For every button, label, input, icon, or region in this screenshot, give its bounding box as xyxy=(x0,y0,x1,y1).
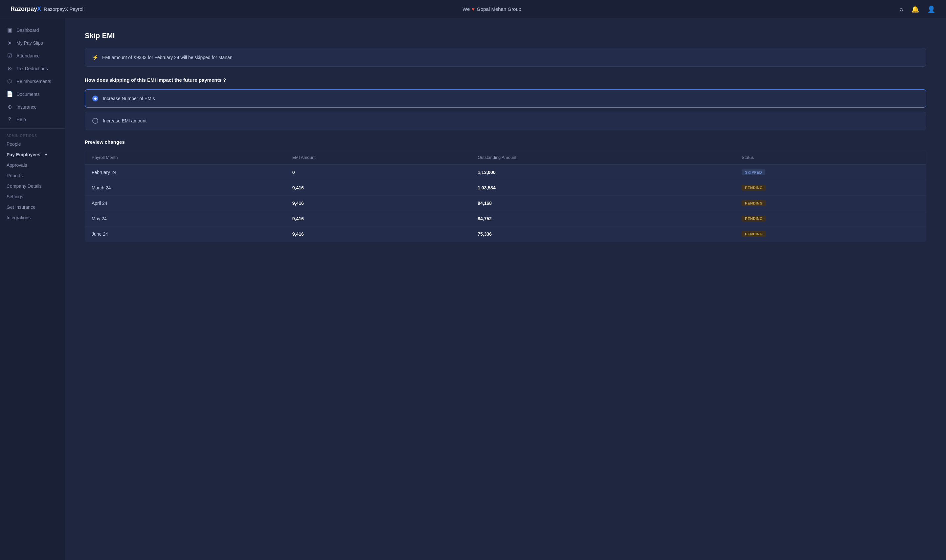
sidebar-label-my-pay-slips: My Pay Slips xyxy=(17,40,43,46)
search-icon[interactable]: ⌕ xyxy=(899,5,903,13)
info-text: EMI amount of ₹9333 for February 24 will… xyxy=(102,55,233,60)
radio-label-increase-amount: Increase EMI amount xyxy=(103,118,146,123)
sidebar-item-documents[interactable]: 📄 Documents xyxy=(0,88,65,100)
help-icon: ? xyxy=(6,117,12,122)
sidebar-item-approvals[interactable]: Approvals xyxy=(0,160,65,170)
cell-emi-amount: 9,416 xyxy=(286,211,471,226)
sidebar-divider xyxy=(0,128,65,129)
cell-emi-amount: 9,416 xyxy=(286,180,471,195)
main-content: Skip EMI ⚡ EMI amount of ₹9333 for Febru… xyxy=(65,18,946,560)
sidebar-item-reports[interactable]: Reports xyxy=(0,170,65,181)
cell-emi-amount: 9,416 xyxy=(286,195,471,211)
table-row: May 249,41684,752PENDING xyxy=(85,211,926,226)
cell-status: SKIPPED xyxy=(735,165,926,180)
tax-deductions-icon: ⊗ xyxy=(6,65,12,72)
sidebar-item-pay-employees[interactable]: Pay Employees ▾ xyxy=(0,149,65,160)
sidebar-item-company-details[interactable]: Company Details xyxy=(0,181,65,191)
bolt-icon: ⚡ xyxy=(92,54,99,60)
bell-icon[interactable]: 🔔 xyxy=(911,5,920,13)
payroll-label: RazorpayX Payroll xyxy=(44,6,85,12)
insurance-icon: ⊕ xyxy=(6,104,12,110)
sidebar-item-attendance[interactable]: ☑ Attendance xyxy=(0,49,65,62)
sidebar-label-dashboard: Dashboard xyxy=(17,28,39,33)
sidebar-label-reports: Reports xyxy=(6,173,23,178)
cell-payroll-month: April 24 xyxy=(85,195,286,211)
col-payroll-month: Payroll Month xyxy=(85,150,286,165)
user-icon[interactable]: 👤 xyxy=(927,5,935,13)
cell-status: PENDING xyxy=(735,180,926,195)
sidebar-item-dashboard[interactable]: ▣ Dashboard xyxy=(0,24,65,37)
sidebar-label-reimbursements: Reimbursements xyxy=(17,79,51,84)
sidebar-nav-items: ▣ Dashboard ➤ My Pay Slips ☑ Attendance … xyxy=(0,24,65,126)
status-badge: PENDING xyxy=(742,231,766,237)
status-badge: PENDING xyxy=(742,216,766,222)
col-status: Status xyxy=(735,150,926,165)
chevron-down-icon: ▾ xyxy=(45,152,47,157)
radio-option-increase-emis[interactable]: Increase Number of EMIs xyxy=(85,89,926,108)
sidebar-item-settings[interactable]: Settings xyxy=(0,191,65,202)
sidebar-item-help[interactable]: ? Help xyxy=(0,113,65,126)
sidebar-item-integrations[interactable]: Integrations xyxy=(0,212,65,223)
sidebar-label-insurance: Insurance xyxy=(17,105,37,110)
sidebar-label-company-details: Company Details xyxy=(6,183,42,189)
table-row: June 249,41675,336PENDING xyxy=(85,226,926,242)
company-info: We ♥ Gopal Mehan Group xyxy=(462,6,521,12)
cell-payroll-month: February 24 xyxy=(85,165,286,180)
cell-status: PENDING xyxy=(735,226,926,242)
radio-option-increase-amount[interactable]: Increase EMI amount xyxy=(85,112,926,130)
status-badge: PENDING xyxy=(742,185,766,191)
cell-emi-amount: 0 xyxy=(286,165,471,180)
cell-payroll-month: June 24 xyxy=(85,226,286,242)
sidebar-label-pay-employees: Pay Employees xyxy=(6,152,40,157)
sidebar-item-tax-deductions[interactable]: ⊗ Tax Deductions xyxy=(0,62,65,75)
logo: RazorpayX RazorpayX Payroll xyxy=(11,6,85,12)
dashboard-icon: ▣ xyxy=(6,27,12,33)
sidebar-item-insurance[interactable]: ⊕ Insurance xyxy=(0,100,65,113)
table-header: Payroll Month EMI Amount Outstanding Amo… xyxy=(85,150,926,165)
impact-question: How does skipping of this EMI impact the… xyxy=(85,77,926,83)
sidebar-label-documents: Documents xyxy=(17,92,40,97)
sidebar-label-tax-deductions: Tax Deductions xyxy=(17,66,48,71)
table-row: March 249,4161,03,584PENDING xyxy=(85,180,926,195)
cell-outstanding-amount: 75,336 xyxy=(471,226,735,242)
preview-table: Payroll Month EMI Amount Outstanding Amo… xyxy=(85,150,926,242)
sidebar-label-integrations: Integrations xyxy=(6,215,31,220)
status-badge: PENDING xyxy=(742,200,766,206)
table-body: February 2401,13,000SKIPPEDMarch 249,416… xyxy=(85,165,926,242)
info-box: ⚡ EMI amount of ₹9333 for February 24 wi… xyxy=(85,48,926,67)
col-outstanding-amount: Outstanding Amount xyxy=(471,150,735,165)
company-name: Gopal Mehan Group xyxy=(477,6,521,12)
pay-slips-icon: ➤ xyxy=(6,40,12,46)
header-actions: ⌕ 🔔 👤 xyxy=(899,5,935,13)
table-row: April 249,41694,168PENDING xyxy=(85,195,926,211)
attendance-icon: ☑ xyxy=(6,52,12,59)
reimbursements-icon: ⬡ xyxy=(6,78,12,85)
page-title: Skip EMI xyxy=(85,32,926,40)
cell-payroll-month: May 24 xyxy=(85,211,286,226)
cell-payroll-month: March 24 xyxy=(85,180,286,195)
sidebar-item-people[interactable]: People xyxy=(0,139,65,149)
sidebar-label-get-insurance: Get Insurance xyxy=(6,205,35,210)
cell-emi-amount: 9,416 xyxy=(286,226,471,242)
radio-circle-increase-amount xyxy=(92,118,98,124)
sidebar-label-help: Help xyxy=(17,117,26,122)
cell-outstanding-amount: 84,752 xyxy=(471,211,735,226)
sidebar-label-approvals: Approvals xyxy=(6,163,27,168)
sidebar-item-get-insurance[interactable]: Get Insurance xyxy=(0,202,65,212)
cell-status: PENDING xyxy=(735,195,926,211)
col-emi-amount: EMI Amount xyxy=(286,150,471,165)
cell-outstanding-amount: 1,13,000 xyxy=(471,165,735,180)
sidebar-label-people: People xyxy=(6,142,21,147)
table-row: February 2401,13,000SKIPPED xyxy=(85,165,926,180)
header: RazorpayX RazorpayX Payroll We ♥ Gopal M… xyxy=(0,0,946,18)
sidebar-label-attendance: Attendance xyxy=(17,53,40,58)
status-badge: SKIPPED xyxy=(742,169,765,175)
cell-outstanding-amount: 94,168 xyxy=(471,195,735,211)
sidebar-item-my-pay-slips[interactable]: ➤ My Pay Slips xyxy=(0,37,65,49)
preview-label: Preview changes xyxy=(85,139,926,145)
heart-icon: ♥ xyxy=(472,6,475,12)
sidebar-item-reimbursements[interactable]: ⬡ Reimbursements xyxy=(0,75,65,88)
sidebar-label-settings: Settings xyxy=(6,194,23,199)
admin-options-label: ADMIN OPTIONS xyxy=(0,131,65,139)
documents-icon: 📄 xyxy=(6,91,12,97)
